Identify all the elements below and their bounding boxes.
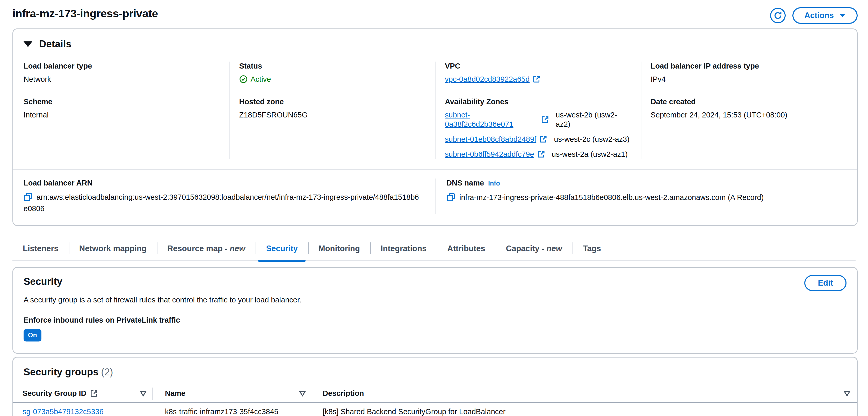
- header-actions: Actions: [770, 7, 858, 24]
- refresh-button[interactable]: [770, 8, 786, 23]
- status-value: Active: [251, 74, 271, 84]
- tab-listeners[interactable]: Listeners: [12, 239, 69, 261]
- vpc-link[interactable]: vpc-0a8d02cd83922a65d: [445, 74, 530, 84]
- date-created-value: September 24, 2024, 15:53 (UTC+08:00): [651, 110, 837, 119]
- availability-zones-label: Availability Zones: [445, 97, 631, 106]
- date-created-label: Date created: [651, 97, 837, 106]
- status-badge: Active: [239, 74, 426, 84]
- tab-attributes[interactable]: Attributes: [437, 239, 495, 261]
- tab-bar: Listeners Network mapping Resource map -…: [12, 239, 856, 261]
- details-grid: Load balancer type Network Scheme Intern…: [24, 62, 846, 159]
- check-circle-icon: [239, 75, 248, 83]
- security-description: A security group is a set of firewall ru…: [24, 295, 846, 305]
- actions-button-label: Actions: [804, 11, 834, 20]
- page-title: infra-mz-173-ingress-private: [12, 7, 158, 20]
- availability-zone-row: subnet-0b6ff5942addfc79e us-west-2a (usw…: [445, 149, 631, 159]
- arn-block: Load balancer ARN arn:aws:elasticloadbal…: [24, 178, 435, 214]
- security-groups-table: Security Group ID Nam: [13, 384, 857, 416]
- security-group-link[interactable]: sg-073a5b479132c5336: [23, 408, 103, 416]
- az-zone-text: us-west-2b (usw2-az2): [556, 110, 631, 129]
- security-panel: Security Edit A security group is a set …: [12, 267, 858, 354]
- security-heading: Security: [24, 275, 62, 288]
- sg-description-cell: [k8s] Shared Backend SecurityGroup for L…: [312, 403, 857, 416]
- details-section-divider: [13, 169, 857, 170]
- status-label: Status: [239, 62, 426, 70]
- security-groups-heading: Security groups(2): [13, 365, 857, 379]
- scheme-label: Scheme: [24, 97, 220, 106]
- details-column-1: Load balancer type Network Scheme Intern…: [24, 62, 229, 159]
- tab-network-mapping[interactable]: Network mapping: [69, 239, 157, 261]
- table-row: sg-073a5b479132c5336 k8s-traffic-inframz…: [13, 403, 857, 416]
- tab-resource-map[interactable]: Resource map -new: [157, 239, 256, 261]
- external-link-icon: [533, 75, 540, 83]
- hosted-zone-value: Z18D5FSROUN65G: [239, 110, 426, 119]
- refresh-icon: [773, 11, 782, 20]
- subnet-link[interactable]: subnet-0b6ff5942addfc79e: [445, 149, 534, 159]
- lb-type-label: Load balancer type: [24, 62, 220, 70]
- page-header: infra-mz-173-ingress-private Actions: [0, 0, 868, 29]
- subnet-link[interactable]: subnet-01eb08cf8abd2489f: [445, 135, 536, 144]
- arn-value: arn:aws:elasticloadbalancing:us-west-2:3…: [24, 193, 419, 213]
- column-header-description[interactable]: Description: [312, 384, 857, 403]
- details-column-2: Status Active Hosted zone Z18D5FSROUN65G: [229, 62, 435, 159]
- info-link[interactable]: Info: [488, 179, 500, 187]
- dns-block: DNS nameInfo infra-mz-173-ingress-privat…: [435, 178, 846, 214]
- details-disclosure-toggle[interactable]: Details: [24, 37, 846, 52]
- edit-button[interactable]: Edit: [804, 275, 846, 291]
- lb-type-value: Network: [24, 74, 220, 84]
- external-link-icon: [90, 390, 98, 397]
- sg-name-cell: k8s-traffic-inframz173-35f4cc3845: [153, 403, 312, 416]
- details-column-4: Load balancer IP address type IPv4 Date …: [641, 62, 847, 159]
- az-zone-text: us-west-2a (usw2-az1): [552, 149, 628, 159]
- ip-type-label: Load balancer IP address type: [651, 62, 837, 70]
- external-link-icon: [539, 135, 547, 143]
- privatelink-on-badge: On: [24, 329, 41, 342]
- hosted-zone-label: Hosted zone: [239, 97, 426, 106]
- privatelink-enforce-label: Enforce inbound rules on PrivateLink tra…: [24, 316, 846, 324]
- tab-integrations[interactable]: Integrations: [370, 239, 437, 261]
- vpc-label: VPC: [445, 62, 631, 70]
- arn-dns-row: Load balancer ARN arn:aws:elasticloadbal…: [24, 178, 846, 214]
- arn-label: Load balancer ARN: [24, 178, 423, 187]
- column-header-security-group-id[interactable]: Security Group ID: [13, 384, 153, 403]
- tab-monitoring[interactable]: Monitoring: [308, 239, 370, 261]
- scheme-value: Internal: [24, 110, 220, 119]
- actions-button[interactable]: Actions: [793, 7, 858, 24]
- security-groups-panel: Security groups(2) Security Group ID: [12, 357, 858, 416]
- sort-filter-icon[interactable]: [140, 390, 147, 397]
- tab-capacity[interactable]: Capacity -new: [496, 239, 572, 261]
- external-link-icon: [541, 116, 549, 124]
- dns-label: DNS nameInfo: [446, 178, 846, 187]
- availability-zone-row: subnet-01eb08cf8abd2489f us-west-2c (usw…: [445, 135, 631, 144]
- dns-value: infra-mz-173-ingress-private-488fa1518b6…: [459, 193, 764, 202]
- tab-security[interactable]: Security: [256, 239, 308, 261]
- external-link-icon: [537, 150, 545, 158]
- subnet-link[interactable]: subnet-0a38f2c6d2b36e071: [445, 110, 538, 129]
- copy-icon[interactable]: [446, 193, 455, 202]
- copy-icon[interactable]: [24, 193, 32, 202]
- availability-zone-row: subnet-0a38f2c6d2b36e071 us-west-2b (usw…: [445, 110, 631, 129]
- sort-filter-icon[interactable]: [843, 390, 851, 397]
- details-heading: Details: [39, 39, 71, 50]
- collapse-caret-icon: [24, 41, 32, 47]
- ip-type-value: IPv4: [651, 74, 837, 84]
- security-groups-count: (2): [101, 367, 113, 377]
- az-zone-text: us-west-2c (usw2-az3): [554, 135, 629, 144]
- column-header-name[interactable]: Name: [153, 384, 312, 403]
- details-column-3: VPC vpc-0a8d02cd83922a65d Availability Z…: [435, 62, 641, 159]
- details-panel: Details Load balancer type Network Schem…: [12, 29, 858, 226]
- tab-tags[interactable]: Tags: [572, 239, 611, 261]
- chevron-down-icon: [839, 13, 846, 18]
- sort-filter-icon[interactable]: [299, 390, 306, 397]
